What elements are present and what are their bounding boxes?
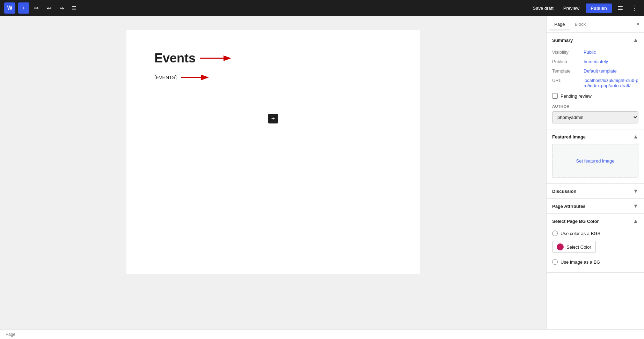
featured-image-section: Featured image ▲ Set featured image — [547, 129, 644, 184]
use-image-radio[interactable] — [552, 259, 558, 265]
editor-canvas: Events [EVENTS] + — [126, 30, 420, 274]
svg-rect-1 — [618, 8, 623, 8]
edit-button[interactable]: ✏ — [31, 2, 42, 14]
use-image-row: Use Image as a BG — [552, 257, 638, 267]
bg-color-chevron: ▲ — [633, 218, 638, 224]
bg-color-content: Use color as a BGS Select Color Use Imag… — [547, 228, 644, 272]
publish-button[interactable]: Publish — [586, 3, 612, 13]
sidebar: Page Block × Summary ▲ Visibility Public… — [546, 16, 644, 329]
sidebar-close-button[interactable]: × — [635, 19, 641, 29]
featured-image-chevron: ▲ — [633, 134, 638, 140]
shortcode-text: [EVENTS] — [154, 75, 177, 80]
editor-area: Events [EVENTS] + — [0, 16, 546, 329]
color-swatch — [557, 243, 564, 250]
shortcode-block[interactable]: [EVENTS] — [154, 73, 392, 82]
bg-color-header[interactable]: Select Page BG Color ▲ — [547, 214, 644, 228]
use-image-label: Use Image as a BG — [561, 259, 600, 265]
preview-button[interactable]: Preview — [560, 3, 583, 13]
use-color-label: Use color as a BGS — [561, 231, 600, 236]
use-color-radio[interactable] — [552, 231, 558, 236]
select-color-button[interactable]: Select Color — [552, 241, 596, 253]
undo-button[interactable]: ↩ — [43, 2, 54, 14]
shortcode-arrow — [181, 73, 209, 82]
svg-marker-4 — [224, 55, 231, 61]
publish-label: Publish — [552, 59, 584, 64]
discussion-header[interactable]: Discussion ▼ — [547, 184, 644, 198]
tab-page[interactable]: Page — [549, 19, 570, 30]
author-label: AUTHOR — [552, 104, 638, 108]
redo-button[interactable]: ↪ — [56, 2, 67, 14]
visibility-row: Visibility Public — [552, 47, 638, 57]
visibility-value[interactable]: Public — [584, 50, 596, 55]
add-block-inline-button[interactable]: + — [268, 114, 278, 123]
title-arrow — [200, 53, 231, 63]
template-label: Template — [552, 68, 584, 74]
main-layout: Events [EVENTS] + — [0, 16, 644, 329]
template-value[interactable]: Default template — [584, 68, 617, 74]
url-label: URL — [552, 78, 584, 83]
summary-section-content: Visibility Public Publish Immediately Te… — [547, 47, 644, 129]
featured-image-label: Featured image — [552, 134, 586, 140]
visibility-label: Visibility — [552, 50, 584, 55]
discussion-section: Discussion ▼ — [547, 184, 644, 199]
summary-chevron-up: ▲ — [633, 37, 638, 43]
set-featured-image-button[interactable]: Set featured image — [552, 144, 638, 178]
pending-review-row: Pending review — [552, 90, 638, 101]
bg-color-section: Select Page BG Color ▲ Use color as a BG… — [547, 214, 644, 273]
svg-marker-6 — [201, 75, 209, 80]
wp-logo[interactable]: W — [4, 2, 15, 14]
use-color-row: Use color as a BGS — [552, 228, 638, 238]
save-draft-button[interactable]: Save draft — [529, 3, 557, 13]
summary-section: Summary ▲ Visibility Public Publish Imme… — [547, 33, 644, 129]
pending-review-checkbox[interactable] — [552, 93, 558, 99]
select-color-label: Select Color — [566, 244, 591, 250]
pending-review-label: Pending review — [561, 93, 592, 99]
featured-image-header[interactable]: Featured image ▲ — [547, 129, 644, 144]
publish-value[interactable]: Immediately — [584, 59, 608, 64]
add-block-button[interactable]: + — [18, 2, 29, 14]
bg-color-label: Select Page BG Color — [552, 219, 599, 224]
list-view-button[interactable]: ☰ — [68, 2, 80, 14]
settings-button[interactable] — [615, 2, 626, 14]
toolbar: W + ✏ ↩ ↪ ☰ Save draft Preview Publish ⋮ — [0, 0, 644, 16]
discussion-label: Discussion — [552, 189, 576, 194]
featured-image-content: Set featured image — [547, 144, 644, 183]
status-bar-label: Page — [6, 332, 15, 337]
more-options-button[interactable]: ⋮ — [629, 2, 640, 14]
svg-rect-2 — [618, 9, 623, 10]
author-select[interactable]: phpmyadmin — [552, 111, 638, 123]
publish-row: Publish Immediately — [552, 57, 638, 66]
summary-header-label: Summary — [552, 38, 573, 43]
page-attributes-chevron: ▼ — [633, 203, 638, 209]
page-title-block[interactable]: Events — [154, 51, 392, 66]
url-value[interactable]: localhost/luzuk/night-club-pro/index.php… — [584, 78, 638, 88]
svg-rect-0 — [618, 6, 623, 7]
template-row: Template Default template — [552, 66, 638, 76]
page-attributes-header[interactable]: Page Attributes ▼ — [547, 199, 644, 213]
sidebar-tabs: Page Block × — [547, 16, 644, 33]
discussion-chevron: ▼ — [633, 188, 638, 194]
page-attributes-label: Page Attributes — [552, 204, 586, 209]
page-title-text: Events — [154, 51, 196, 66]
page-attributes-section: Page Attributes ▼ — [547, 199, 644, 214]
tab-block[interactable]: Block — [570, 19, 591, 30]
author-container: AUTHOR phpmyadmin — [552, 101, 638, 123]
summary-section-header[interactable]: Summary ▲ — [547, 33, 644, 47]
status-bar: Page — [0, 329, 644, 339]
url-row: URL localhost/luzuk/night-club-pro/index… — [552, 76, 638, 90]
